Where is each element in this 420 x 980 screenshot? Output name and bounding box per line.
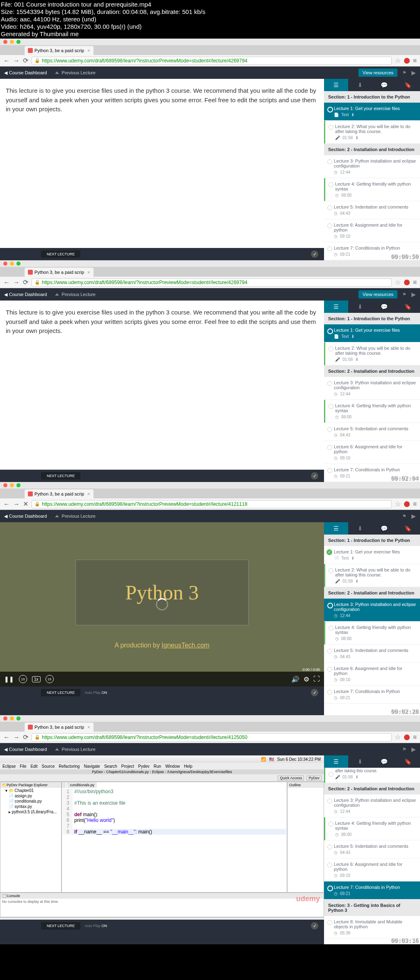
url-field[interactable]: 🔒https://www.udemy.com/draft/689598/lear…	[32, 733, 392, 741]
reload-button[interactable]: ⟳	[23, 278, 28, 286]
view-resources-button[interactable]: View resources	[358, 290, 397, 298]
pause-button[interactable]: ❚❚	[4, 676, 14, 682]
download-tab[interactable]: ⬇	[348, 301, 372, 313]
pydev-perspective-button[interactable]: PyDev	[306, 776, 322, 780]
qa-tab[interactable]: 💬	[372, 79, 396, 91]
menu-help[interactable]: Help	[184, 764, 192, 769]
lecture-item[interactable]: Lecture 6: Assignment and Idle for pytho…	[324, 219, 420, 242]
lecture-item[interactable]: Lecture 3: Python installation and eclip…	[324, 794, 420, 817]
tree-project[interactable]: ▾ 📁 Chapter01	[0, 788, 61, 793]
mark-complete-button[interactable]: ✓	[311, 472, 318, 480]
lecture-item[interactable]: Lecture 3: Python installation and eclip…	[324, 377, 420, 400]
menu-source[interactable]: Source	[42, 764, 55, 769]
back-button[interactable]: ←	[3, 734, 10, 741]
url-field[interactable]: 🔒https://www.udemy.com/draft/689598/lear…	[32, 278, 392, 287]
download-tab[interactable]: ⬇	[348, 522, 372, 535]
lecture-item[interactable]: Lecture 1: Get your exercise files📄Text …	[324, 546, 420, 564]
close-window-button[interactable]	[3, 262, 7, 266]
bookmarks-tab[interactable]: 🔖	[396, 301, 420, 313]
menu-search[interactable]: Search	[104, 764, 117, 769]
stop-button[interactable]: ✕	[23, 500, 28, 508]
flag-icon[interactable]: ⚑	[402, 292, 406, 297]
course-dashboard-link[interactable]: ◀ Course Dashboard	[4, 292, 47, 297]
curriculum-tab[interactable]: ☰	[324, 79, 348, 91]
chrome-menu-icon[interactable]: ≡	[413, 734, 417, 741]
download-tab[interactable]: ⬇	[348, 755, 372, 768]
lecture-item[interactable]: Lecture 8: Immutable and Mutable objects…	[324, 916, 420, 939]
bookmarks-tab[interactable]: 🔖	[396, 79, 420, 91]
console-tab[interactable]: 📋 Console	[0, 893, 324, 899]
download-icon[interactable]: ⬇	[351, 112, 354, 117]
menu-project[interactable]: Project	[121, 764, 134, 769]
minimize-window-button[interactable]	[10, 716, 14, 721]
volume-icon[interactable]: 🔊	[291, 675, 299, 683]
extension-icon[interactable]	[404, 734, 410, 740]
maximize-window-button[interactable]	[16, 716, 21, 721]
next-arrow-icon[interactable]: ▶	[411, 69, 416, 76]
maximize-window-button[interactable]	[16, 262, 21, 266]
view-resources-button[interactable]: View resources	[358, 69, 397, 77]
next-lecture-button[interactable]: NEXT LECTURE	[41, 250, 80, 258]
bookmarks-tab[interactable]: 🔖	[396, 755, 420, 768]
lecture-item[interactable]: Lecture 6: Assignment and Idle for pytho…	[324, 663, 420, 686]
minimize-window-button[interactable]	[10, 262, 14, 266]
lecture-item[interactable]: Lecture 4: Getting friendly with python …	[324, 400, 420, 423]
close-tab-icon[interactable]: ×	[87, 270, 90, 275]
next-lecture-button[interactable]: NEXT LECTURE	[41, 689, 80, 696]
previous-lecture-button[interactable]: Previous Lecture	[55, 747, 96, 752]
video-player[interactable]: Python 3 A production by IgneusTech.com …	[0, 522, 324, 686]
minimize-window-button[interactable]	[10, 483, 14, 487]
bookmark-star-icon[interactable]: ☆	[395, 278, 401, 286]
menu-edit[interactable]: Edit	[30, 764, 37, 769]
next-arrow-icon[interactable]: ▶	[411, 291, 416, 298]
autoplay-toggle[interactable]: Auto Play ON	[84, 924, 107, 928]
qa-tab[interactable]: 💬	[372, 755, 396, 768]
reload-button[interactable]: ⟳	[23, 733, 28, 741]
menu-run[interactable]: Run	[154, 764, 161, 769]
lecture-item[interactable]: Lecture 1: Get your exercise files 📄Text…	[324, 103, 420, 121]
download-icon[interactable]: ⬇	[355, 135, 358, 140]
browser-tab[interactable]: Python 3, be a paid scrip×	[25, 268, 94, 277]
tree-file[interactable]: 📄 conditionals.py	[0, 799, 61, 804]
lecture-item[interactable]: Lecture 7: Conditionals in Python◷09:21	[324, 686, 420, 704]
lecture-item[interactable]: Lecture 2: What you will be able to do a…	[324, 564, 420, 587]
course-dashboard-link[interactable]: ◀ Course Dashboard	[4, 70, 47, 76]
forward-button[interactable]: →	[13, 279, 20, 286]
lecture-item[interactable]: Lecture 2: What you will be able to do a…	[324, 342, 420, 365]
close-window-button[interactable]	[3, 716, 7, 721]
forward-button[interactable]: →	[13, 57, 20, 64]
qa-tab[interactable]: 💬	[372, 301, 396, 313]
minimize-window-button[interactable]	[10, 40, 14, 44]
mark-complete-button[interactable]: ✓	[311, 689, 318, 696]
course-dashboard-link[interactable]: ◀ Course Dashboard	[4, 514, 47, 519]
flag-icon[interactable]: ⚑	[402, 514, 406, 519]
lecture-item[interactable]: Lecture 4: Getting friendly with python …	[324, 178, 420, 201]
next-arrow-icon[interactable]: ▶	[411, 746, 416, 753]
lecture-item[interactable]: Lecture 4: Getting friendly with python …	[324, 622, 420, 645]
settings-icon[interactable]: ⚙	[304, 675, 309, 683]
chrome-menu-icon[interactable]: ≡	[413, 279, 417, 286]
tree-file[interactable]: 📄 assign.py	[0, 793, 61, 799]
mark-complete-button[interactable]: ✓	[311, 922, 318, 930]
lecture-item[interactable]: Lecture 2: What you will be able to do a…	[324, 121, 420, 144]
close-tab-icon[interactable]: ×	[87, 48, 90, 53]
code-area[interactable]: 1#!/usr/bin/python3 2 3#This is an exerc…	[62, 788, 287, 835]
flag-icon[interactable]: ⚑	[402, 747, 406, 752]
extension-icon[interactable]	[404, 501, 410, 507]
bookmark-star-icon[interactable]: ☆	[395, 57, 401, 64]
close-window-button[interactable]	[3, 40, 7, 44]
forward-15-button[interactable]: 15	[46, 675, 54, 683]
code-editor[interactable]: 📄 conditionals.py 1#!/usr/bin/python3 2 …	[62, 782, 287, 893]
extension-icon[interactable]	[404, 58, 410, 64]
lecture-item[interactable]: Lecture 1: Get your exercise files📄Text …	[324, 324, 420, 342]
previous-lecture-button[interactable]: Previous Lecture	[55, 514, 96, 519]
back-button[interactable]: ←	[3, 57, 10, 64]
next-arrow-icon[interactable]: ▶	[411, 513, 416, 519]
rewind-15-button[interactable]: 15	[19, 675, 27, 683]
menu-eclipse[interactable]: Eclipse	[2, 764, 16, 769]
menu-refactoring[interactable]: Refactoring	[59, 764, 80, 769]
next-lecture-button[interactable]: NEXT LECTURE	[41, 472, 80, 480]
chrome-menu-icon[interactable]: ≡	[413, 500, 417, 508]
maximize-window-button[interactable]	[16, 483, 21, 487]
lecture-item[interactable]: Lecture 6: Assignment and Idle for pytho…	[324, 858, 420, 881]
